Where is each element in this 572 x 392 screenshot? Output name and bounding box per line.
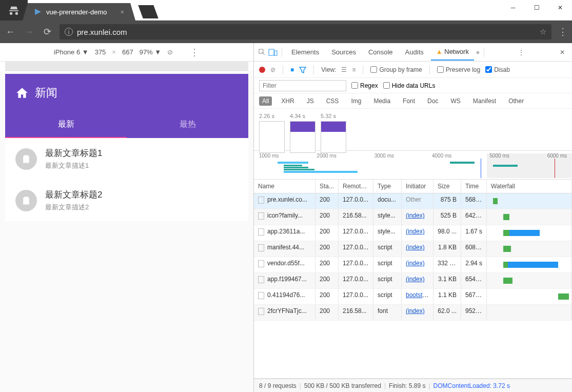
group-by-frame-checkbox[interactable]: Group by frame bbox=[370, 66, 422, 73]
zoom-selector[interactable]: 97% ▼ bbox=[140, 48, 162, 56]
article-item[interactable]: 最新文章标题2 最新文章描述2 bbox=[5, 180, 248, 221]
minimize-button[interactable]: ─ bbox=[501, 0, 525, 15]
table-row[interactable]: app.f199467...200127.0.0...script(index)… bbox=[254, 273, 572, 289]
col-time[interactable]: Time bbox=[461, 180, 487, 193]
device-width[interactable]: 375 bbox=[95, 48, 106, 56]
tab-audits[interactable]: Audits bbox=[400, 48, 429, 56]
record-button[interactable] bbox=[259, 67, 265, 73]
reload-button[interactable]: ⟳ bbox=[41, 26, 53, 37]
col-name[interactable]: Name bbox=[254, 180, 315, 193]
cell-size: 875 B bbox=[433, 193, 461, 209]
file-icon bbox=[258, 212, 264, 220]
type-filter-css[interactable]: CSS bbox=[323, 96, 342, 106]
filter-row: Regex Hide data URLs bbox=[254, 78, 572, 93]
col-type[interactable]: Type bbox=[373, 180, 402, 193]
close-button[interactable]: ✕ bbox=[548, 0, 572, 15]
col-remote[interactable]: Remote... bbox=[339, 180, 373, 193]
tab-network[interactable]: ▲ Network bbox=[431, 44, 474, 61]
window-controls: ─ ☐ ✕ bbox=[501, 0, 572, 15]
filter-icon[interactable] bbox=[299, 66, 306, 73]
regex-checkbox[interactable]: Regex bbox=[351, 82, 378, 89]
ruler bbox=[5, 62, 248, 71]
table-row[interactable]: vendor.d55f...200127.0.0...script(index)… bbox=[254, 257, 572, 273]
clipboard-icon bbox=[15, 148, 37, 170]
filmstrip-frame[interactable]: 5.32 s bbox=[321, 113, 346, 146]
article-item[interactable]: 最新文章标题1 最新文章描述1 bbox=[5, 138, 248, 180]
type-filter-media[interactable]: Media bbox=[370, 96, 393, 106]
tab-console[interactable]: Console bbox=[363, 48, 398, 56]
col-initiator[interactable]: Initiator bbox=[402, 180, 433, 193]
url-input[interactable]: i pre.xunlei.com ☆ bbox=[60, 24, 551, 40]
more-tabs-icon[interactable]: » bbox=[476, 49, 480, 56]
type-filter-font[interactable]: Font bbox=[400, 96, 418, 106]
table-row[interactable]: 2fcrYFNaTjc...200216.58...font(index)62.… bbox=[254, 305, 572, 321]
cell-remote: 127.0.0... bbox=[339, 257, 373, 272]
forward-button[interactable]: → bbox=[23, 27, 35, 37]
clear-icon[interactable]: ⊘ bbox=[270, 66, 275, 73]
overview-icon[interactable]: ≡ bbox=[352, 66, 356, 73]
preserve-log-checkbox[interactable]: Preserve log bbox=[437, 66, 480, 73]
type-filter-ws[interactable]: WS bbox=[447, 96, 463, 106]
filmstrip-frame[interactable]: 4.34 s bbox=[290, 113, 315, 146]
close-icon[interactable]: × bbox=[115, 8, 124, 16]
home-icon bbox=[15, 86, 29, 100]
tab-latest[interactable]: 最新 bbox=[5, 112, 127, 138]
tab-favicon bbox=[34, 8, 42, 16]
table-row[interactable]: icon?family...200216.58...style...(index… bbox=[254, 209, 572, 225]
device-height[interactable]: 667 bbox=[122, 48, 133, 56]
file-icon bbox=[258, 308, 264, 315]
cell-initiator: (index) bbox=[402, 305, 433, 320]
frame-thumbnail bbox=[259, 121, 285, 153]
cell-remote: 127.0.0... bbox=[339, 241, 373, 257]
cell-remote: 216.58... bbox=[339, 305, 373, 320]
tab-hottest[interactable]: 最热 bbox=[127, 112, 248, 138]
info-icon[interactable]: i bbox=[65, 28, 73, 36]
type-filter-other[interactable]: Other bbox=[505, 96, 527, 106]
col-waterfall[interactable]: Waterfall bbox=[487, 180, 572, 193]
tab-elements[interactable]: Elements bbox=[286, 48, 324, 56]
cell-waterfall bbox=[487, 305, 572, 320]
inspect-icon[interactable] bbox=[258, 48, 266, 56]
file-icon bbox=[258, 276, 264, 283]
timeline-overview[interactable]: 1000 ms2000 ms3000 ms4000 ms5000 ms6000 … bbox=[254, 151, 572, 180]
hide-urls-checkbox[interactable]: Hide data URLs bbox=[383, 82, 436, 89]
bookmark-icon[interactable]: ☆ bbox=[540, 27, 546, 36]
table-row[interactable]: pre.xunlei.co...200127.0.0...docu...Othe… bbox=[254, 193, 572, 209]
maximize-button[interactable]: ☐ bbox=[525, 0, 548, 15]
col-status[interactable]: Sta... bbox=[315, 180, 339, 193]
device-toggle-icon[interactable] bbox=[268, 49, 278, 56]
browser-menu-button[interactable]: ⋮ bbox=[558, 26, 568, 37]
filter-input[interactable] bbox=[259, 80, 346, 91]
cell-type: style... bbox=[373, 225, 402, 241]
device-preview-pane: iPhone 6 ▼ 375 × 667 97% ▼ ⊘ ⋮ 新闻 最新 最热 … bbox=[0, 43, 254, 392]
browser-tab[interactable]: vue-prerender-demo × bbox=[28, 3, 130, 21]
camera-icon[interactable]: ■ bbox=[290, 66, 294, 73]
cell-size: 525 B bbox=[433, 209, 461, 225]
device-menu-button[interactable]: ⋮ bbox=[189, 47, 200, 58]
table-row[interactable]: 0.41194d76...200127.0.0...scriptbootstr.… bbox=[254, 289, 572, 305]
table-row[interactable]: app.23611a...200127.0.0...style...(index… bbox=[254, 225, 572, 241]
type-filter-xhr[interactable]: XHR bbox=[278, 96, 297, 106]
devtools-menu-button[interactable]: ⋮ bbox=[515, 49, 527, 56]
back-button[interactable]: ← bbox=[4, 27, 16, 37]
type-filter-img[interactable]: Img bbox=[348, 96, 364, 106]
device-selector[interactable]: iPhone 6 ▼ bbox=[54, 48, 89, 56]
cell-time: 1.67 s bbox=[461, 225, 487, 241]
article-title: 最新文章标题2 bbox=[45, 189, 102, 201]
type-filter-manifest[interactable]: Manifest bbox=[470, 96, 499, 106]
cell-name: app.f199467... bbox=[254, 273, 315, 288]
col-size[interactable]: Size bbox=[433, 180, 461, 193]
devtools-close-button[interactable]: ✕ bbox=[557, 49, 568, 56]
type-filter-all[interactable]: All bbox=[259, 96, 272, 106]
disable-cache-checkbox[interactable]: Disab bbox=[485, 66, 510, 73]
type-filter-js[interactable]: JS bbox=[304, 96, 317, 106]
large-rows-icon[interactable]: ☰ bbox=[341, 66, 347, 73]
new-tab-button[interactable] bbox=[138, 5, 158, 18]
app-title: 新闻 bbox=[35, 85, 57, 101]
tab-sources[interactable]: Sources bbox=[326, 48, 361, 56]
cell-time: 568 ... bbox=[461, 193, 487, 209]
type-filter-doc[interactable]: Doc bbox=[424, 96, 441, 106]
table-row[interactable]: manifest.44...200127.0.0...script(index)… bbox=[254, 241, 572, 257]
rotate-icon[interactable]: ⊘ bbox=[167, 48, 173, 56]
filmstrip-frame[interactable]: 2.26 s bbox=[259, 113, 285, 146]
